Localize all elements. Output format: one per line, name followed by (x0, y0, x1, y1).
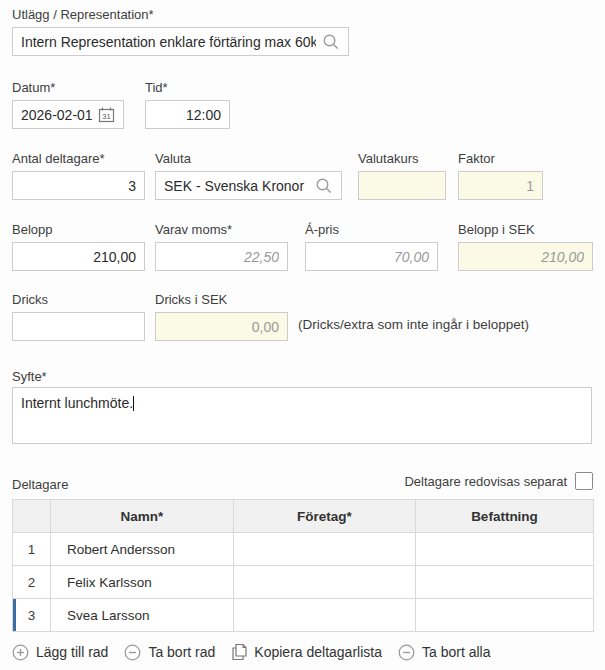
name-cell[interactable]: Robert Andersson (51, 533, 234, 566)
company-cell[interactable] (234, 599, 416, 632)
factor-field (458, 171, 543, 200)
name-cell[interactable]: Felix Karlsson (51, 566, 234, 599)
purpose-text: Internt lunchmöte. (21, 395, 133, 411)
add-row-button[interactable]: Lägg till rad (12, 644, 108, 661)
representation-expense-form: Utlägg / Representation* Datum* 31 (0, 0, 605, 670)
unit-price-input[interactable] (314, 249, 429, 265)
tip-sek-label: Dricks i SEK (155, 292, 288, 307)
company-cell[interactable] (234, 566, 416, 599)
position-cell[interactable] (416, 533, 594, 566)
col-header-name: Namn* (51, 500, 234, 533)
position-cell[interactable] (416, 566, 594, 599)
time-field (145, 100, 230, 129)
search-icon[interactable] (315, 177, 333, 195)
col-header-company: Företag* (234, 500, 416, 533)
tip-input[interactable] (21, 319, 136, 335)
tip-sek-field (155, 312, 288, 341)
minus-circle-icon (398, 644, 415, 661)
plus-circle-icon (12, 644, 29, 661)
currency-label: Valuta (155, 151, 342, 166)
date-input[interactable] (21, 107, 92, 123)
row-number: 2 (13, 566, 51, 599)
col-header-rownum (13, 500, 51, 533)
date-field: 31 (12, 100, 124, 129)
minus-circle-icon (124, 644, 141, 661)
amount-sek-field (458, 242, 593, 271)
participants-table: Namn* Företag* Befattning 1 Robert Ander… (12, 499, 594, 632)
separate-report-checkbox[interactable] (575, 472, 593, 490)
copy-page-icon (231, 643, 247, 661)
amount-sek-input (467, 249, 584, 265)
tip-label: Dricks (12, 292, 145, 307)
participants-toolbar: Lägg till rad Ta bort rad Kopiera deltag… (12, 643, 490, 661)
unit-price-field (305, 242, 438, 271)
amount-label: Belopp (12, 222, 145, 237)
svg-text:31: 31 (102, 112, 110, 121)
expense-type-label: Utlägg / Representation* (12, 7, 349, 22)
expense-type-input[interactable] (21, 34, 316, 50)
separate-report-label: Deltagare redovisas separat (404, 474, 567, 489)
row-number: 3 (13, 599, 51, 632)
copy-participants-button[interactable]: Kopiera deltagarlista (231, 643, 382, 661)
participants-section-label: Deltagare (12, 477, 68, 492)
currency-field (155, 171, 342, 200)
text-cursor (133, 396, 134, 411)
expense-type-field (12, 27, 349, 56)
tip-field (12, 312, 145, 341)
company-cell[interactable] (234, 533, 416, 566)
calendar-icon[interactable]: 31 (98, 106, 115, 123)
remove-row-label: Ta bort rad (148, 644, 215, 660)
date-label: Datum* (12, 80, 124, 95)
purpose-textarea[interactable]: Internt lunchmöte. (12, 387, 592, 444)
remove-all-button[interactable]: Ta bort alla (398, 644, 490, 661)
add-row-label: Lägg till rad (36, 644, 108, 660)
copy-participants-label: Kopiera deltagarlista (254, 644, 382, 660)
tip-note: (Dricks/extra som inte ingår i beloppet) (298, 317, 529, 332)
row-number: 1 (13, 533, 51, 566)
table-row: 1 Robert Andersson (13, 533, 594, 566)
table-row-selected: 3 Svea Larsson (13, 599, 594, 632)
amount-field (12, 242, 145, 271)
unit-price-label: Á-pris (305, 222, 438, 237)
position-cell[interactable] (416, 599, 594, 632)
search-icon[interactable] (322, 33, 340, 51)
vat-label: Varav moms* (155, 222, 288, 237)
vat-field (155, 242, 288, 271)
exchange-rate-label: Valutakurs (358, 151, 446, 166)
exchange-rate-input (367, 178, 437, 194)
remove-all-label: Ta bort alla (422, 644, 490, 660)
currency-input[interactable] (164, 178, 309, 194)
purpose-label: Syfte* (12, 369, 47, 384)
table-header-row: Namn* Företag* Befattning (13, 500, 594, 533)
time-input[interactable] (154, 107, 221, 123)
exchange-rate-field (358, 171, 446, 200)
amount-sek-label: Belopp i SEK (458, 222, 593, 237)
factor-label: Faktor (458, 151, 543, 166)
time-label: Tid* (145, 80, 230, 95)
factor-input (467, 178, 534, 194)
name-cell[interactable]: Svea Larsson (51, 599, 234, 632)
tip-sek-input (164, 319, 279, 335)
amount-input[interactable] (21, 249, 136, 265)
table-row: 2 Felix Karlsson (13, 566, 594, 599)
participants-count-label: Antal deltagare* (12, 151, 145, 166)
remove-row-button[interactable]: Ta bort rad (124, 644, 215, 661)
col-header-position: Befattning (416, 500, 594, 533)
vat-input[interactable] (164, 249, 279, 265)
participants-count-field (12, 171, 145, 200)
participants-count-input[interactable] (21, 178, 136, 194)
